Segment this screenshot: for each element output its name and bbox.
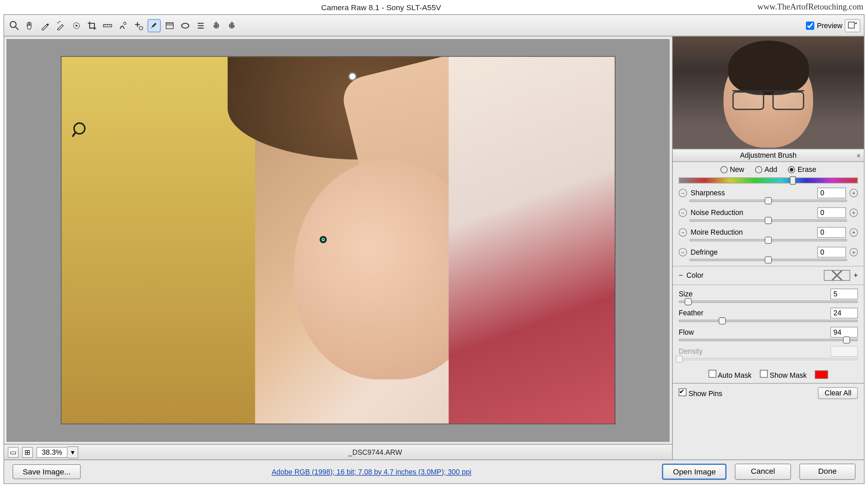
noise-slider[interactable]: [689, 219, 847, 222]
slider-thumb[interactable]: [685, 298, 692, 305]
canvas-status-bar: ▭ ⊞ 38.3% ▾ _DSC9744.ARW: [4, 444, 672, 459]
crop-tool-icon[interactable]: [85, 19, 99, 32]
sharpness-value[interactable]: [817, 188, 846, 198]
fullscreen-toggle-icon[interactable]: [845, 19, 860, 32]
mode-erase[interactable]: Erase: [788, 165, 816, 174]
slider-thumb[interactable]: [718, 317, 726, 325]
clear-all-button[interactable]: Clear All: [818, 387, 858, 399]
plus-icon[interactable]: +: [850, 248, 858, 256]
adjustment-pin-active[interactable]: [320, 236, 327, 243]
tint-slider[interactable]: [679, 177, 858, 183]
adjustment-pin[interactable]: [348, 72, 357, 81]
zoom-out-button[interactable]: ▭: [8, 447, 19, 457]
slider-thumb[interactable]: [765, 197, 772, 204]
color-sampler-tool-icon[interactable]: [54, 19, 67, 32]
save-image-button[interactable]: Save Image...: [13, 464, 81, 479]
slider-thumb[interactable]: [765, 237, 772, 244]
plus-icon[interactable]: +: [854, 271, 858, 280]
slider-thumb[interactable]: [843, 336, 850, 344]
collapse-icon[interactable]: −: [679, 271, 683, 280]
flow-slider[interactable]: [679, 339, 858, 341]
preview-label: Preview: [817, 21, 842, 30]
collapse-icon[interactable]: −: [679, 228, 687, 237]
collapse-icon[interactable]: −: [679, 189, 687, 197]
filename-label: _DSC9744.ARW: [82, 448, 668, 456]
graduated-filter-tool-icon[interactable]: [163, 19, 176, 32]
panel-menu-icon[interactable]: ≡: [857, 152, 860, 158]
noise-label: Noise Reduction: [691, 209, 814, 217]
pins-row: Show Pins Clear All: [673, 383, 864, 403]
red-eye-tool-icon[interactable]: [132, 19, 145, 32]
footer-bar: Save Image... Adobe RGB (1998); 16 bit; …: [4, 459, 864, 483]
mode-new[interactable]: New: [720, 165, 744, 174]
auto-mask-checkbox[interactable]: Auto Mask: [708, 370, 752, 379]
sharpness-slider[interactable]: [689, 200, 847, 202]
slider-thumb[interactable]: [765, 256, 772, 263]
rotate-ccw-icon[interactable]: [210, 19, 223, 32]
preview-checkbox[interactable]: Preview: [806, 21, 842, 30]
zoom-selector[interactable]: 38.3% ▾: [36, 446, 78, 458]
density-value: [830, 346, 858, 357]
zoom-dropdown-icon[interactable]: ▾: [67, 446, 78, 458]
feather-row: Feather: [673, 307, 864, 318]
straighten-tool-icon[interactable]: [101, 19, 114, 32]
size-slider[interactable]: [679, 300, 858, 303]
white-balance-tool-icon[interactable]: [39, 19, 52, 32]
moire-value[interactable]: [817, 227, 846, 238]
flow-value[interactable]: [830, 327, 858, 338]
flow-row: Flow: [673, 326, 864, 337]
rotate-cw-icon[interactable]: [225, 19, 238, 32]
feather-slider[interactable]: [679, 320, 858, 322]
photo-preview[interactable]: [61, 56, 615, 424]
mask-color-swatch[interactable]: [815, 370, 828, 379]
tint-slider-thumb[interactable]: [790, 176, 796, 185]
preferences-tool-icon[interactable]: [194, 19, 208, 32]
collapse-icon[interactable]: −: [679, 209, 687, 217]
noise-row: − Noise Reduction +: [673, 206, 864, 218]
preview-checkbox-input[interactable]: [806, 21, 814, 30]
svg-rect-15: [166, 22, 173, 25]
defringe-slider[interactable]: [689, 259, 847, 261]
feather-value[interactable]: [830, 308, 858, 318]
collapse-icon[interactable]: −: [679, 248, 687, 256]
panel-title-label: Adjustment Brush: [740, 151, 796, 160]
done-button[interactable]: Done: [800, 464, 856, 480]
plus-icon[interactable]: +: [850, 189, 858, 197]
zoom-fit-button[interactable]: ⊞: [22, 447, 33, 457]
hand-tool-icon[interactable]: [23, 19, 37, 32]
mode-add[interactable]: Add: [755, 165, 777, 174]
zoom-tool-icon[interactable]: [8, 19, 21, 32]
svg-line-25: [72, 133, 75, 137]
mask-options-row: Auto Mask Show Mask: [673, 366, 864, 383]
radial-filter-tool-icon[interactable]: [179, 19, 192, 32]
defringe-label: Defringe: [691, 248, 814, 256]
noise-value[interactable]: [817, 207, 846, 218]
svg-point-3: [59, 21, 60, 22]
canvas-area[interactable]: [6, 39, 670, 442]
plus-icon[interactable]: +: [850, 209, 858, 217]
zoom-value[interactable]: 38.3%: [36, 447, 67, 457]
size-value[interactable]: [830, 289, 858, 299]
top-toolbar: Preview: [4, 15, 864, 36]
show-pins-checkbox[interactable]: Show Pins: [679, 388, 723, 398]
color-label: Color: [687, 271, 821, 280]
moire-label: Moire Reduction: [691, 228, 814, 237]
spot-removal-tool-icon[interactable]: [117, 19, 130, 32]
defringe-value[interactable]: [817, 247, 846, 258]
main-area: ▭ ⊞ 38.3% ▾ _DSC9744.ARW Adjustment Brus…: [4, 36, 864, 459]
open-image-button[interactable]: Open Image: [662, 464, 726, 480]
targeted-adjustment-tool-icon[interactable]: [70, 19, 83, 32]
plus-icon[interactable]: +: [850, 228, 858, 237]
slider-thumb[interactable]: [765, 217, 772, 224]
adjustment-brush-tool-icon[interactable]: [147, 19, 161, 32]
moire-slider[interactable]: [689, 239, 847, 241]
sharpness-label: Sharpness: [691, 189, 814, 197]
image-metadata-link[interactable]: Adobe RGB (1998); 16 bit; 7.08 by 4.7 in…: [89, 468, 654, 476]
defringe-row: − Defringe +: [673, 245, 864, 257]
brush-cursor-icon: [463, 190, 497, 223]
flow-label: Flow: [679, 328, 827, 336]
svg-point-16: [182, 23, 189, 28]
show-mask-checkbox[interactable]: Show Mask: [760, 370, 807, 379]
cancel-button[interactable]: Cancel: [735, 464, 791, 480]
color-swatch[interactable]: [824, 270, 850, 281]
